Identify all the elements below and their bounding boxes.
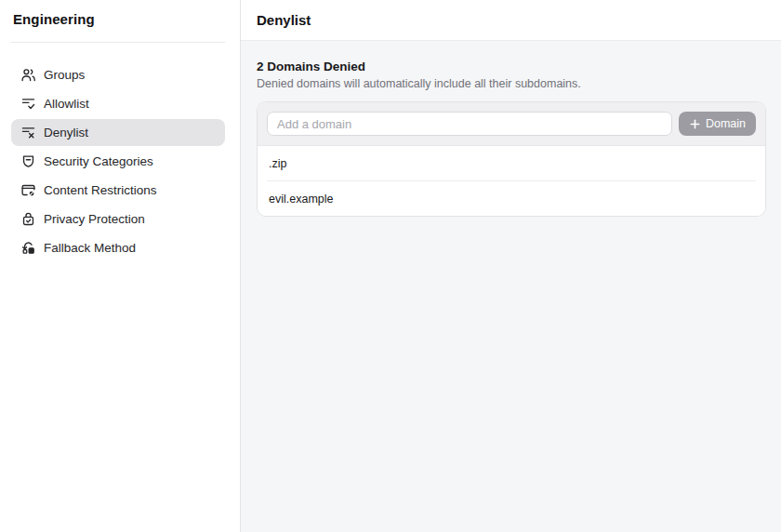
sidebar-item-security-categories[interactable]: Security Categories (11, 148, 225, 175)
add-domain-button-label: Domain (706, 117, 746, 130)
sidebar: Engineering Groups (0, 0, 241, 532)
domain-row[interactable]: evil.example (258, 181, 765, 216)
users-icon (20, 67, 36, 83)
sidebar-item-allowlist[interactable]: Allowlist (11, 90, 225, 117)
lock-check-icon (20, 211, 36, 227)
denylist-card: Domain .zip evil.example (257, 101, 766, 217)
add-domain-toolbar: Domain (258, 102, 765, 146)
sidebar-item-privacy-protection[interactable]: Privacy Protection (11, 206, 225, 233)
sidebar-item-label: Security Categories (44, 154, 153, 168)
sidebar-divider (11, 42, 225, 43)
sidebar-item-label: Allowlist (44, 97, 89, 111)
add-domain-input[interactable] (267, 112, 672, 136)
domain-name: .zip (269, 157, 286, 170)
list-x-icon (20, 125, 36, 140)
list-check-icon (20, 96, 36, 112)
window-block-icon (20, 182, 36, 198)
domain-row[interactable]: .zip (258, 146, 765, 180)
add-domain-button[interactable]: Domain (679, 112, 756, 136)
app-window: Engineering Groups (0, 0, 781, 532)
sidebar-item-groups[interactable]: Groups (11, 61, 225, 88)
sidebar-item-denylist[interactable]: Denylist (11, 119, 225, 146)
domain-name: evil.example (269, 193, 333, 206)
sidebar-item-label: Groups (44, 68, 85, 82)
sidebar-item-label: Fallback Method (44, 241, 136, 255)
section-title: 2 Domains Denied (257, 60, 766, 73)
sidebar-item-label: Content Restrictions (44, 183, 157, 197)
plus-icon (689, 118, 701, 130)
sidebar-item-content-restrictions[interactable]: Content Restrictions (11, 177, 225, 204)
page-title: Denylist (257, 12, 311, 28)
section-subtitle: Denied domains will automatically includ… (257, 77, 766, 90)
sidebar-title: Engineering (13, 11, 225, 27)
main-content: 2 Domains Denied Denied domains will aut… (241, 41, 781, 532)
lock-fallback-icon (20, 240, 36, 256)
main-panel: Denylist 2 Domains Denied Denied domains… (241, 0, 781, 532)
main-header: Denylist (241, 0, 781, 41)
sidebar-item-fallback-method[interactable]: Fallback Method (11, 234, 225, 261)
sidebar-nav: Groups Allowlist (0, 61, 240, 261)
sidebar-header: Engineering (0, 0, 240, 27)
denied-domain-list: .zip evil.example (258, 146, 765, 216)
sidebar-item-label: Denylist (44, 126, 88, 140)
sidebar-item-label: Privacy Protection (44, 212, 145, 226)
shield-icon (20, 153, 36, 169)
